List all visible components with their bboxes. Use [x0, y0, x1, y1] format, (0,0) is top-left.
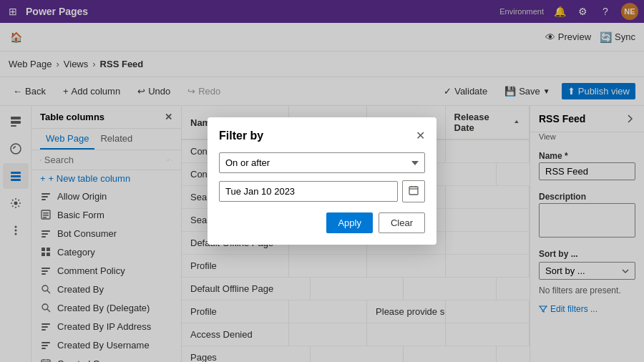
filter-condition-select[interactable]: On or afterOn or beforeOnBeforeAfter — [219, 152, 425, 173]
filter-dialog-overlay: Filter by ✕ On or afterOn or beforeOnBef… — [0, 0, 644, 362]
filter-date-input[interactable] — [219, 181, 398, 202]
clear-button[interactable]: Clear — [379, 212, 425, 233]
apply-button[interactable]: Apply — [326, 212, 373, 233]
calendar-button[interactable] — [402, 180, 425, 202]
dialog-actions: Apply Clear — [219, 212, 425, 233]
filter-dialog: Filter by ✕ On or afterOn or beforeOnBef… — [208, 117, 436, 245]
calendar-icon — [409, 185, 419, 195]
dialog-date-row — [219, 180, 425, 202]
dialog-title: Filter by — [219, 129, 263, 142]
svg-rect-61 — [409, 187, 418, 195]
dialog-close-button[interactable]: ✕ — [416, 129, 425, 142]
dialog-header: Filter by ✕ — [219, 129, 425, 142]
